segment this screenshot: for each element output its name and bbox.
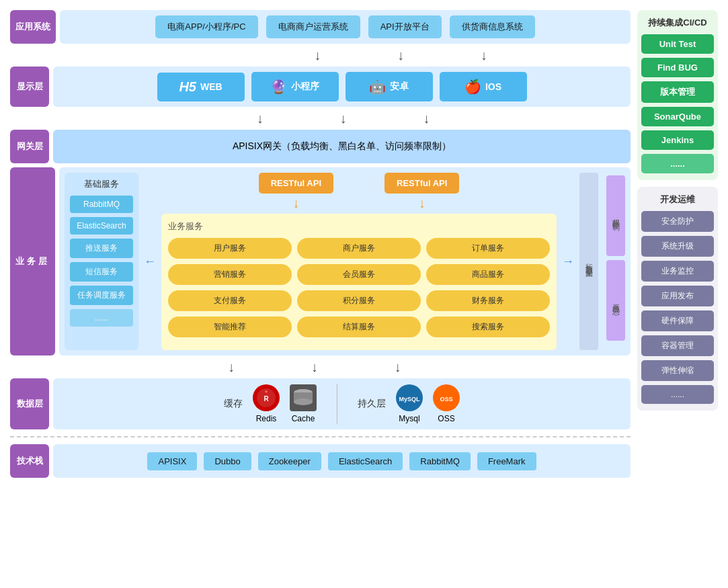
persist-label: 持久层 bbox=[358, 398, 386, 410]
display-boxes: H5 WEB 🔮 小程序 🤖 安卓 🍎 IOS bbox=[58, 72, 625, 101]
devops-elastic[interactable]: 弹性伸缩 bbox=[641, 360, 714, 381]
biz-marketing: 营销服务 bbox=[168, 264, 292, 285]
app-box-0: 电商APP/小程序/PC bbox=[155, 15, 257, 38]
syslog-bar: 系统日志 bbox=[606, 260, 625, 341]
rights-bar: 权限控制 bbox=[606, 175, 625, 256]
display-box-ios: 🍎 IOS bbox=[440, 72, 527, 101]
arrow-row-1: ↓ ↓ ↓ bbox=[10, 48, 631, 62]
app-layer-row: 应用系统 电商APP/小程序/PC 电商商户运营系统 API开放平台 供货商信息… bbox=[10, 10, 631, 44]
cicd-more[interactable]: ...... bbox=[641, 154, 714, 173]
apple-icon: 🍎 bbox=[464, 79, 481, 95]
app-layer-content: 电商APP/小程序/PC 电商商户运营系统 API开放平台 供货商信息系统 bbox=[60, 10, 631, 44]
arrow-right-container: → bbox=[562, 173, 574, 350]
business-layer-label: 业务层 bbox=[10, 167, 55, 355]
oss-item: OSS OSS bbox=[433, 384, 460, 423]
arrow-down-4: ↓ bbox=[257, 112, 264, 125]
tech-zookeeper: Zookeeper bbox=[258, 452, 321, 470]
biz-services-title: 业务服务 bbox=[168, 220, 550, 233]
biz-settle: 结算服务 bbox=[297, 317, 421, 337]
biz-product: 商品服务 bbox=[426, 264, 550, 285]
cicd-unit-test[interactable]: Unit Test bbox=[641, 34, 714, 54]
business-layer-row: 业务层 基础服务 RabbitMQ ElasticSearch 推送服务 短信服… bbox=[10, 167, 631, 355]
restful-api-box-left: RESTful API bbox=[259, 173, 333, 194]
cache-icon bbox=[290, 384, 317, 411]
cicd-panel: 持续集成CI/CD Unit Test Find BUG 版本管理 SonarQ… bbox=[637, 10, 718, 180]
biz-services-area: 业务服务 用户服务 商户服务 订单服务 营销服务 会员服务 商品服务 支付服务 … bbox=[161, 214, 557, 350]
devops-more[interactable]: ...... bbox=[641, 385, 714, 404]
biz-user: 用户服务 bbox=[168, 238, 292, 259]
arrow-left-container: ← bbox=[144, 173, 156, 350]
devops-container[interactable]: 容器管理 bbox=[641, 335, 714, 356]
android-icon: 🤖 bbox=[369, 79, 386, 95]
devops-security[interactable]: 安全防护 bbox=[641, 211, 714, 232]
arrow-row-3: ↓ ↓ ↓ bbox=[10, 360, 631, 374]
biz-order: 订单服务 bbox=[426, 238, 550, 259]
oss-label: OSS bbox=[438, 414, 454, 423]
arrow-down-9: ↓ bbox=[394, 360, 401, 374]
data-layer-content: 缓存 R Redis Cache bbox=[53, 378, 631, 429]
arrow-right-icon: → bbox=[562, 255, 574, 269]
cache-label-2: Cache bbox=[292, 414, 315, 423]
diagram-area: 应用系统 电商APP/小程序/PC 电商商户运营系统 API开放平台 供货商信息… bbox=[10, 10, 631, 578]
devops-upgrade[interactable]: 系统升级 bbox=[641, 236, 714, 257]
arrow-restful-left: ↓ bbox=[292, 196, 299, 210]
cache-section: 缓存 R Redis Cache bbox=[224, 384, 317, 423]
cache-item: Cache bbox=[290, 384, 317, 423]
cicd-version[interactable]: 版本管理 bbox=[641, 81, 714, 103]
gateway-text: APISIX网关（负载均衡、黑白名单、访问频率限制） bbox=[233, 140, 451, 153]
basic-services-title: 基础服务 bbox=[70, 178, 133, 190]
cicd-title: 持续集成CI/CD bbox=[648, 17, 706, 29]
restful-left: RESTful API ↓ bbox=[259, 173, 333, 210]
display-box-android: 🤖 安卓 bbox=[346, 72, 433, 101]
app-box-2: API开放平台 bbox=[368, 15, 442, 38]
arrow-row-2: ↓ ↓ ↓ bbox=[10, 111, 631, 126]
arrow-down-5: ↓ bbox=[339, 112, 346, 125]
devops-hardware[interactable]: 硬件保障 bbox=[641, 310, 714, 331]
svg-text:OSS: OSS bbox=[440, 396, 452, 403]
display-box-web: H5 WEB bbox=[157, 73, 245, 101]
arrow-down-3: ↓ bbox=[481, 48, 487, 62]
display-layer-content: H5 WEB 🔮 小程序 🤖 安卓 🍎 IOS bbox=[53, 67, 631, 107]
tech-layer-content: APISIX Dubbo Zookeeper ElasticSearch Rab… bbox=[53, 444, 631, 478]
arrow-down-7: ↓ bbox=[228, 360, 235, 374]
redis-icon: R bbox=[253, 384, 280, 411]
tech-elasticsearch: ElasticSearch bbox=[328, 452, 403, 470]
right-panel: 持续集成CI/CD Unit Test Find BUG 版本管理 SonarQ… bbox=[637, 10, 718, 578]
biz-merchant: 商户服务 bbox=[297, 238, 421, 259]
data-layer-label: 数据层 bbox=[10, 378, 49, 429]
main-container: 应用系统 电商APP/小程序/PC 电商商户运营系统 API开放平台 供货商信息… bbox=[0, 0, 728, 588]
mysql-icon: MySQL bbox=[396, 384, 423, 411]
arrow-down-8: ↓ bbox=[311, 360, 318, 374]
svg-point-4 bbox=[294, 398, 313, 405]
data-inner: 缓存 R Redis Cache bbox=[58, 384, 625, 424]
h5-icon: H5 bbox=[179, 79, 196, 95]
cicd-sonarqube[interactable]: SonarQube bbox=[641, 107, 714, 126]
middle-section: RESTful API ↓ RESTful API ↓ 业务服务 用 bbox=[161, 173, 557, 350]
arrow-left-icon: ← bbox=[144, 255, 156, 269]
arrow-down-2: ↓ bbox=[397, 48, 404, 62]
tech-boxes: APISIX Dubbo Zookeeper ElasticSearch Rab… bbox=[58, 452, 625, 470]
devops-panel: 开发运维 安全防护 系统升级 业务监控 应用发布 硬件保障 容器管理 弹性伸缩 … bbox=[637, 187, 718, 411]
svg-text:R: R bbox=[264, 395, 269, 403]
tech-dubbo: Dubbo bbox=[204, 452, 251, 470]
service-rabbitmq: RabbitMQ bbox=[70, 196, 133, 213]
cicd-jenkins[interactable]: Jenkins bbox=[641, 130, 714, 150]
gateway-layer-label: 网关层 bbox=[10, 130, 49, 163]
app-layer-label: 应用系统 bbox=[10, 10, 56, 44]
biz-member: 会员服务 bbox=[297, 264, 421, 285]
spacer bbox=[339, 173, 379, 210]
restful-api-row: RESTful API ↓ RESTful API ↓ bbox=[161, 173, 557, 210]
devops-deploy[interactable]: 应用发布 bbox=[641, 286, 714, 306]
service-task: 任务调度服务 bbox=[70, 286, 133, 305]
basic-services: 基础服务 RabbitMQ ElasticSearch 推送服务 短信服务 任务… bbox=[65, 173, 138, 350]
redis-label: Redis bbox=[256, 414, 277, 423]
biz-finance: 财务服务 bbox=[426, 290, 550, 311]
tech-apisix: APISIX bbox=[147, 452, 197, 470]
display-box-miniapp: 🔮 小程序 bbox=[251, 72, 339, 101]
redis-item: R Redis bbox=[253, 384, 280, 423]
devops-monitor[interactable]: 业务监控 bbox=[641, 261, 714, 282]
app-boxes: 电商APP/小程序/PC 电商商户运营系统 API开放平台 供货商信息系统 bbox=[65, 15, 625, 38]
biz-grid: 用户服务 商户服务 订单服务 营销服务 会员服务 商品服务 支付服务 积分服务 … bbox=[168, 238, 550, 337]
cicd-find-bug[interactable]: Find BUG bbox=[641, 58, 714, 77]
side-bars: 权限控制 系统日志 bbox=[606, 173, 625, 350]
